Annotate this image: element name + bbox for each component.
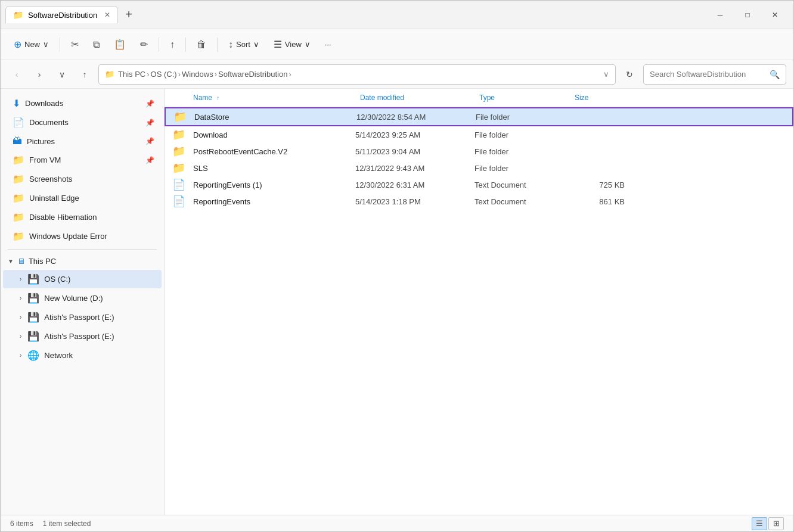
sidebar-label-from-vm: From VM [29, 155, 61, 164]
datastore-date: 12/30/2022 8:54 AM [356, 113, 476, 122]
refresh-button[interactable]: ↻ [621, 66, 638, 83]
up-button[interactable]: ↑ [76, 66, 94, 83]
back-button[interactable]: ‹ [8, 66, 26, 83]
sidebar-label-screenshots: Screenshots [29, 175, 72, 183]
reportingevents-size: 861 KB [570, 197, 629, 206]
search-box[interactable]: 🔍 [643, 64, 786, 85]
atish-e2-icon: 💾 [27, 331, 39, 342]
breadcrumb-os-c[interactable]: OS (C:) [151, 70, 177, 79]
sidebar-label-new-volume: New Volume (D:) [44, 294, 103, 303]
rename-button[interactable]: ✏ [134, 35, 154, 54]
this-pc-section[interactable]: ▼ 🖥 This PC [1, 253, 164, 269]
new-volume-icon: 💾 [27, 293, 39, 304]
address-folder-icon: 📁 [105, 70, 114, 79]
sidebar-item-atish-passport-e1[interactable]: › 💾 Atish's Passport (E:) [3, 308, 162, 326]
view-label: View [285, 40, 302, 49]
screenshots-icon: 📁 [13, 173, 24, 185]
list-view-button[interactable]: ☰ [752, 517, 767, 530]
col-date[interactable]: Date modified [355, 91, 474, 104]
sidebar: ⬇ Downloads 📌 📄 Documents 📌 🏔 Pictures 📌… [1, 89, 165, 515]
tab-close-button[interactable]: ✕ [104, 11, 110, 19]
sidebar-item-disable-hibernation[interactable]: 📁 Disable Hibernation [3, 208, 162, 226]
sidebar-item-windows-update-error[interactable]: 📁 Windows Update Error [3, 227, 162, 245]
cut-button[interactable]: ✂ [65, 35, 85, 54]
new-button[interactable]: ⊕ New ∨ [8, 35, 55, 54]
pin-icon-documents: 📌 [145, 119, 154, 127]
col-name[interactable]: Name ↑ [165, 91, 355, 104]
breadcrumb-windows[interactable]: Windows [182, 70, 213, 79]
sort-button[interactable]: ↕ Sort ∨ [222, 36, 265, 54]
recent-button[interactable]: ∨ [53, 66, 71, 83]
datastore-icon: 📁 [166, 110, 194, 123]
file-pane: Name ↑ Date modified Type Size 📁 DataSto… [165, 89, 793, 515]
breadcrumb-software-distribution[interactable]: SoftwareDistribution [218, 70, 287, 79]
copy-button[interactable]: ⧉ [87, 36, 106, 54]
paste-button[interactable]: 📋 [108, 35, 132, 54]
reportingevents1-size: 725 KB [570, 181, 629, 189]
address-bar[interactable]: 📁 This PC › OS (C:) › Windows › Software… [98, 64, 616, 85]
col-type-label: Type [479, 94, 495, 102]
sort-icon: ↕ [228, 39, 233, 50]
sort-chevron: ∨ [253, 40, 259, 49]
more-button[interactable]: ··· [319, 36, 337, 52]
sidebar-label-atish-e2: Atish's Passport (E:) [44, 332, 114, 341]
addressbar-row: ‹ › ∨ ↑ 📁 This PC › OS (C:) › Windows › … [1, 60, 793, 89]
sidebar-item-from-vm[interactable]: 📁 From VM 📌 [3, 151, 162, 169]
file-row-datastore[interactable]: 📁 DataStore 12/30/2022 8:54 AM File fold… [165, 107, 793, 126]
sidebar-item-new-volume-d[interactable]: › 💾 New Volume (D:) [3, 289, 162, 307]
tab-software-distribution[interactable]: 📁 SoftwareDistribution ✕ [5, 6, 118, 23]
sidebar-label-os-c: OS (C:) [44, 275, 70, 284]
sidebar-item-screenshots[interactable]: 📁 Screenshots [3, 170, 162, 188]
selection-status: 1 item selected [43, 519, 91, 528]
toolbar: ⊕ New ∨ ✂ ⧉ 📋 ✏ ↑ 🗑 ↕ Sort ∨ [1, 29, 793, 60]
atish-e1-chevron: › [20, 314, 21, 321]
sidebar-item-pictures[interactable]: 🏔 Pictures 📌 [3, 132, 162, 150]
copy-icon: ⧉ [93, 39, 100, 50]
new-label: New [24, 40, 40, 49]
sidebar-item-atish-passport-e2[interactable]: › 💾 Atish's Passport (E:) [3, 327, 162, 346]
file-row-postreboot[interactable]: 📁 PostRebootEventCache.V2 5/11/2023 9:04… [165, 143, 793, 160]
this-pc-icon: 🖥 [17, 257, 25, 266]
col-name-sort-arrow: ↑ [216, 95, 219, 101]
grid-view-button[interactable]: ⊞ [768, 517, 784, 530]
file-row-reportingevents[interactable]: 📄 ReportingEvents 5/14/2023 1:18 PM Text… [165, 193, 793, 210]
main-area: ⬇ Downloads 📌 📄 Documents 📌 🏔 Pictures 📌… [1, 89, 793, 515]
col-type[interactable]: Type [474, 91, 570, 104]
sidebar-item-documents[interactable]: 📄 Documents 📌 [3, 113, 162, 132]
maximize-button[interactable]: □ [734, 5, 761, 24]
file-row-download[interactable]: 📁 Download 5/14/2023 9:25 AM File folder [165, 126, 793, 143]
search-input[interactable] [650, 70, 766, 79]
new-tab-button[interactable]: + [120, 8, 137, 21]
col-size[interactable]: Size [570, 91, 629, 104]
sidebar-item-network[interactable]: › 🌐 Network [3, 346, 162, 365]
network-icon: 🌐 [27, 350, 39, 361]
sidebar-item-uninstall-edge[interactable]: 📁 Uninstall Edge [3, 189, 162, 207]
atish-e1-icon: 💾 [27, 312, 39, 323]
col-name-label: Name [193, 94, 212, 102]
breadcrumb-sep-2: › [178, 70, 181, 79]
close-button[interactable]: ✕ [761, 5, 789, 24]
datastore-type: File folder [476, 113, 571, 122]
file-row-reportingevents1[interactable]: 📄 ReportingEvents (1) 12/30/2022 6:31 AM… [165, 176, 793, 193]
datastore-name: DataStore [194, 113, 356, 122]
delete-button[interactable]: 🗑 [191, 36, 212, 54]
sidebar-item-downloads[interactable]: ⬇ Downloads 📌 [3, 94, 162, 113]
reportingevents1-date: 12/30/2022 6:31 AM [355, 181, 474, 189]
sidebar-label-documents: Documents [29, 118, 69, 127]
forward-button[interactable]: › [30, 66, 48, 83]
file-row-sls[interactable]: 📁 SLS 12/31/2022 9:43 AM File folder [165, 160, 793, 176]
share-button[interactable]: ↑ [164, 36, 181, 54]
minimize-button[interactable]: ─ [706, 5, 734, 24]
sls-icon: 📁 [165, 161, 193, 175]
sls-date: 12/31/2022 9:43 AM [355, 164, 474, 173]
share-icon: ↑ [170, 39, 175, 50]
sidebar-label-windows-update-error: Windows Update Error [29, 232, 107, 241]
view-icon: ☰ [274, 39, 282, 50]
breadcrumb-this-pc[interactable]: This PC [118, 70, 145, 79]
view-button[interactable]: ☰ View ∨ [268, 35, 317, 54]
pin-icon-from-vm: 📌 [145, 156, 154, 164]
sidebar-item-os-c[interactable]: › 💾 OS (C:) [3, 270, 162, 288]
window-controls: ─ □ ✕ [706, 5, 789, 24]
address-chevron[interactable]: ∨ [603, 70, 609, 79]
tab-title: SoftwareDistribution [28, 11, 97, 20]
